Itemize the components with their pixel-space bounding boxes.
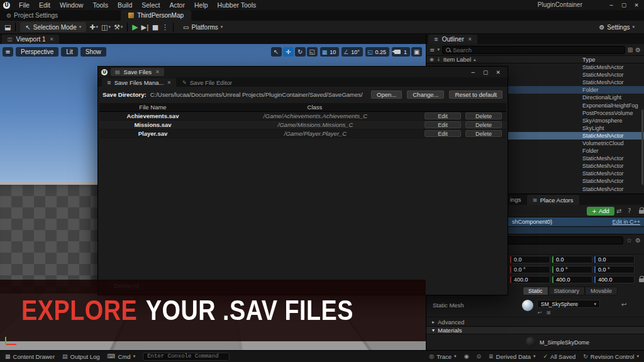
close-button[interactable]: ✕ [630, 0, 643, 9]
edit-button[interactable]: Edit [425, 121, 461, 128]
tab-save-file-editor[interactable]: ✎ Save File Editor [177, 78, 237, 87]
location-x-field[interactable]: 0.0 [510, 256, 550, 263]
reset-to-default-icon[interactable]: ↩ [621, 301, 626, 308]
tools-dropdown[interactable]: ⚒▾ [114, 23, 123, 31]
rotation-snap-control[interactable]: ∠ 10° [341, 47, 363, 57]
file-name-header[interactable]: File Name [99, 104, 206, 111]
edit-button[interactable]: Edit [425, 130, 461, 137]
menu-edit[interactable]: Edit [35, 1, 55, 9]
browse-to-asset-icon[interactable]: ⊞ [547, 310, 551, 315]
console-command-input[interactable] [143, 353, 230, 361]
play-options-kebab[interactable]: ⋮ [162, 23, 169, 31]
trace-dropdown[interactable]: ◎ Trace ▾ [429, 353, 456, 360]
tab-outliner[interactable]: ≣ Outliner ✕ [428, 35, 477, 44]
quick-add-dropdown[interactable]: ✚▾ [89, 23, 98, 31]
rotation-x-field[interactable]: 0.0 ° [510, 266, 550, 273]
camera-speed-control[interactable]: 1 [392, 47, 410, 57]
move-tool-button[interactable]: ✛ [283, 47, 294, 57]
maximize-button[interactable]: ▢ [479, 67, 492, 77]
location-y-field[interactable]: 0.0 [552, 256, 592, 263]
rotation-y-field[interactable]: 0.0 ° [552, 266, 592, 273]
output-log-button[interactable]: ▤ Output Log [62, 353, 100, 360]
tab-place-actors[interactable]: ⊞ Place Actors [527, 195, 579, 205]
outliner-search-input[interactable] [453, 47, 621, 53]
close-button[interactable]: ✕ [492, 67, 504, 77]
viewport-options-button[interactable]: ≡ [3, 47, 13, 57]
menu-actor[interactable]: Actor [165, 1, 189, 9]
edit-in-cpp-link[interactable]: Edit in C++ [612, 219, 640, 225]
show-dropdown[interactable]: Show [80, 47, 106, 57]
perspective-dropdown[interactable]: Perspective [16, 47, 58, 57]
materials-section-header[interactable]: ▾ Materials [426, 326, 644, 334]
cmd-dropdown[interactable]: ⌨ Cmd ▾ [108, 353, 136, 360]
save-icon[interactable]: ⬓ [4, 23, 11, 31]
minimize-button[interactable]: ─ [605, 0, 618, 9]
tab-thirdpersonmap[interactable]: ThirdPersonMap [121, 10, 191, 21]
rotation-z-field[interactable]: 0.0 ° [594, 266, 635, 273]
delete-button[interactable]: Delete [465, 121, 502, 128]
select-tool-button[interactable]: ↖ [271, 47, 282, 57]
scale-z-field[interactable]: 400.0 [594, 276, 635, 283]
derived-data-dropdown[interactable]: ≣ Derived Data ▾ [489, 353, 536, 360]
platforms-dropdown[interactable]: ▭ Platforms ▾ [178, 22, 228, 32]
menu-file[interactable]: File [14, 1, 34, 9]
filter-icon[interactable]: ≡ [430, 47, 435, 53]
open-button[interactable]: Open... [370, 90, 402, 99]
mobility-static-button[interactable]: Static [523, 287, 548, 295]
close-icon[interactable]: ✕ [468, 36, 472, 42]
scale-y-field[interactable]: 400.0 [552, 276, 592, 283]
all-saved-indicator[interactable]: ✓ All Saved [543, 353, 576, 360]
minimize-button[interactable]: ─ [467, 67, 479, 77]
menu-help[interactable]: Help [190, 1, 213, 9]
static-mesh-dropdown[interactable]: SM_SkySphere ▾ [537, 300, 600, 308]
delete-button[interactable]: Delete [465, 112, 502, 119]
swap-icon[interactable]: ⇄ [616, 207, 621, 214]
table-row[interactable]: Achievements.sav /Game/Achievements.Achi… [99, 112, 506, 121]
help-icon[interactable]: ? [628, 207, 631, 214]
profiler-icon[interactable]: ⊙ [476, 353, 481, 359]
table-row[interactable]: Missions.sav /Game/Missions.Missions_C E… [99, 121, 506, 129]
dialog-title-bar[interactable]: U ▤ Save Files ✕ ─ ▢ ✕ [98, 67, 508, 77]
use-selected-icon[interactable]: ↩ [538, 310, 542, 315]
new-folder-icon[interactable]: ⊞ [628, 47, 633, 53]
lit-dropdown[interactable]: Lit [61, 47, 78, 57]
project-settings-button[interactable]: ⚙ Project Settings [0, 10, 64, 21]
scale-tool-button[interactable]: ◱ [307, 47, 318, 57]
add-component-button[interactable]: + Add [587, 207, 614, 216]
revision-control-dropdown[interactable]: ↻ Revision Control ▾ [583, 353, 639, 360]
favorites-star-icon[interactable]: ☆ [626, 237, 632, 244]
outliner-settings-icon[interactable]: ⚙ [635, 47, 641, 53]
mobility-stationary-button[interactable]: Stationary [548, 287, 586, 295]
pin-column-icon[interactable]: ↓ [436, 57, 441, 62]
menu-build[interactable]: Build [113, 1, 136, 9]
close-icon[interactable]: ✕ [167, 80, 171, 85]
stop-button[interactable]: ■ [152, 23, 158, 31]
rotate-tool-button[interactable]: ↻ [295, 47, 306, 57]
close-icon[interactable]: ✕ [50, 36, 54, 42]
skip-button[interactable]: ▶| [142, 23, 149, 31]
grid-snap-control[interactable]: ▦ 10 [320, 47, 340, 57]
maximize-button[interactable]: ▢ [618, 0, 630, 9]
scale-x-field[interactable]: 400.0 [510, 276, 550, 283]
mobility-movable-button[interactable]: Movable [585, 287, 618, 295]
menu-select[interactable]: Select [137, 1, 164, 9]
maximize-viewport-button[interactable]: ▣ [411, 47, 422, 57]
delete-button[interactable]: Delete [465, 130, 502, 137]
settings-dropdown[interactable]: ⚙ Settings ▾ [594, 22, 640, 32]
class-header[interactable]: Class [206, 104, 423, 111]
material-thumbnail[interactable] [526, 337, 536, 347]
scale-snap-control[interactable]: ◱ 0.25 [365, 47, 389, 57]
reset-to-default-button[interactable]: Reset to default [448, 90, 503, 99]
edit-button[interactable]: Edit [425, 112, 461, 119]
advanced-expander[interactable]: ▸ Advanced [426, 317, 644, 326]
change-button[interactable]: Change... [406, 90, 445, 99]
menu-hubber-tools[interactable]: Hubber Tools [213, 1, 261, 9]
details-settings-icon[interactable]: ⚙ [635, 237, 641, 244]
outliner-search[interactable] [442, 46, 625, 54]
selection-mode-dropdown[interactable]: ↖ Selection Mode ▾ [20, 22, 86, 32]
tab-viewport-1[interactable]: ◫ Viewport 1 ✕ [2, 35, 59, 44]
dialog-title-tab[interactable]: ▤ Save Files ✕ [111, 68, 164, 76]
tab-settings-partial[interactable]: ings [510, 196, 521, 203]
outliner-scrollbar[interactable] [641, 109, 643, 185]
type-column-header[interactable]: Type [582, 56, 596, 63]
